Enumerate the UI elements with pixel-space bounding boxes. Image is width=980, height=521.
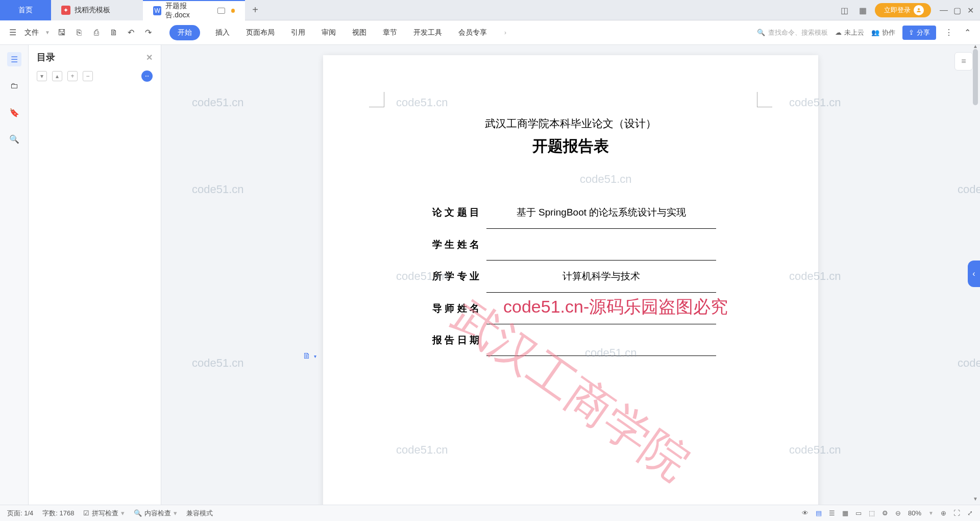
new-icon[interactable]: ⎘ bbox=[74, 27, 85, 38]
eye-icon[interactable]: 👁 bbox=[802, 509, 808, 517]
search-rail-icon[interactable]: 🔍 bbox=[7, 132, 21, 146]
login-button[interactable]: 立即登录 bbox=[875, 3, 931, 17]
expand-all-button[interactable]: ▾ bbox=[37, 71, 47, 81]
share-button[interactable]: ⇪分享 bbox=[902, 26, 936, 40]
floating-doc-icon[interactable]: 🗎 ▾ bbox=[303, 351, 316, 361]
field-label: 学生姓名 bbox=[425, 229, 486, 260]
tab-templates[interactable]: ✦ 找稻壳模板 bbox=[51, 0, 143, 20]
status-bar: 页面: 1/4 字数: 1768 ☑拼写检查▾ 🔍内容检查▾ 兼容模式 👁 ▤ … bbox=[0, 505, 980, 521]
page-indicator[interactable]: 页面: 1/4 bbox=[7, 509, 33, 518]
ribbon-tab-member[interactable]: 会员专享 bbox=[457, 25, 488, 40]
ribbon-tab-layout[interactable]: 页面布局 bbox=[245, 25, 276, 40]
collab-icon: 👥 bbox=[871, 29, 879, 36]
zoom-in-button[interactable]: ⊕ bbox=[941, 509, 946, 517]
ribbon-tabs: 开始 插入 页面布局 引用 审阅 视图 章节 开发工具 会员专享 › bbox=[169, 25, 506, 40]
layout-view-icon[interactable]: ▭ bbox=[855, 509, 862, 517]
tab-add-button[interactable]: + bbox=[245, 0, 265, 20]
maximize-button[interactable]: ▢ bbox=[951, 5, 963, 16]
file-menu[interactable]: 文件 bbox=[24, 28, 39, 37]
document-page[interactable]: 武汉工商学院本科毕业论文（设计） 开题报告表 论文题目基于 SpringBoot… bbox=[323, 55, 818, 505]
table-row: 论文题目基于 SpringBoot 的论坛系统设计与实现 bbox=[425, 197, 716, 229]
tab-home[interactable]: 首页 bbox=[0, 0, 51, 20]
web-view-icon[interactable]: ▦ bbox=[842, 509, 848, 517]
share-icon: ⇪ bbox=[909, 29, 914, 36]
preview-icon[interactable]: 🗎 bbox=[108, 27, 119, 38]
ribbon-tab-devtools[interactable]: 开发工具 bbox=[412, 25, 443, 40]
panel-title: 目录 bbox=[37, 51, 55, 63]
undo-button[interactable]: ↶ bbox=[126, 27, 137, 38]
vertical-scrollbar[interactable]: ▲ ▼ bbox=[972, 45, 979, 500]
scroll-down-icon[interactable]: ▼ bbox=[972, 495, 978, 502]
remove-heading-button[interactable]: − bbox=[83, 71, 93, 81]
zoom-out-button[interactable]: ⊖ bbox=[895, 509, 901, 517]
field-value[interactable]: 计算机科学与技术 bbox=[486, 260, 716, 293]
ribbon-tab-reference[interactable]: 引用 bbox=[290, 25, 306, 40]
outline-icon[interactable]: ☰ bbox=[7, 52, 21, 66]
apps-grid-icon[interactable]: ▦ bbox=[856, 4, 869, 16]
content-check-toggle[interactable]: 🔍内容检查▾ bbox=[134, 509, 177, 518]
fit-page-icon[interactable]: ⛶ bbox=[953, 509, 960, 517]
ribbon-tab-chapter[interactable]: 章节 bbox=[382, 25, 398, 40]
ribbon-tab-start[interactable]: 开始 bbox=[169, 25, 200, 40]
svg-point-2 bbox=[148, 76, 149, 77]
collab-button[interactable]: 👥协作 bbox=[871, 28, 895, 37]
field-value[interactable] bbox=[486, 324, 716, 356]
field-value[interactable]: 基于 SpringBoot 的论坛系统设计与实现 bbox=[486, 197, 716, 229]
content-check-icon: 🔍 bbox=[134, 509, 142, 517]
word-count[interactable]: 字数: 1768 bbox=[42, 509, 74, 518]
field-value[interactable] bbox=[486, 293, 716, 324]
outline-panel: 目录 ✕ ▾ ▴ + − bbox=[29, 45, 161, 505]
print-icon[interactable]: ⎙ bbox=[91, 27, 102, 38]
redo-button[interactable]: ↷ bbox=[143, 27, 154, 38]
menu-icon[interactable]: ☰ bbox=[7, 27, 18, 38]
table-row: 所学专业计算机科学与技术 bbox=[425, 260, 716, 293]
ribbon-tab-review[interactable]: 审阅 bbox=[321, 25, 337, 40]
fullscreen-icon[interactable]: ⤢ bbox=[967, 509, 973, 517]
tab-document[interactable]: W 开题报告.docx bbox=[143, 0, 245, 20]
field-label: 论文题目 bbox=[425, 197, 486, 229]
word-icon: W bbox=[153, 6, 161, 15]
svg-point-1 bbox=[145, 76, 146, 77]
cloud-status[interactable]: ☁未上云 bbox=[835, 28, 864, 37]
comment-toggle-button[interactable]: ≡ bbox=[954, 52, 973, 70]
read-view-icon[interactable]: ⬚ bbox=[869, 509, 875, 517]
split-view-icon[interactable]: ◫ bbox=[838, 4, 850, 16]
field-value[interactable] bbox=[486, 229, 716, 260]
field-label: 报告日期 bbox=[425, 324, 486, 356]
minimize-button[interactable]: — bbox=[938, 5, 949, 16]
collapse-ribbon-icon[interactable]: ⌃ bbox=[962, 27, 973, 38]
settings-icon[interactable]: ⚙ bbox=[882, 509, 888, 517]
add-heading-button[interactable]: + bbox=[67, 71, 78, 81]
folder-icon[interactable]: 🗀 bbox=[7, 79, 21, 93]
close-button[interactable]: ✕ bbox=[965, 5, 976, 16]
watermark: code51.cn bbox=[192, 183, 244, 196]
save-icon[interactable]: 🖫 bbox=[56, 27, 67, 38]
table-row: 导师姓名 bbox=[425, 293, 716, 324]
panel-close-button[interactable]: ✕ bbox=[146, 53, 153, 62]
scroll-thumb[interactable] bbox=[973, 49, 978, 105]
table-row: 学生姓名 bbox=[425, 229, 716, 260]
more-icon[interactable]: ⋮ bbox=[943, 27, 954, 38]
unsaved-dot-icon bbox=[231, 9, 235, 13]
page-view-icon[interactable]: ▤ bbox=[816, 509, 822, 517]
ribbon-tab-view[interactable]: 视图 bbox=[351, 25, 368, 40]
zoom-level[interactable]: 80% bbox=[908, 509, 921, 517]
ribbon-tab-insert[interactable]: 插入 bbox=[214, 25, 231, 40]
ribbon-more-icon[interactable]: › bbox=[504, 29, 506, 36]
watermark: code51.cn bbox=[192, 357, 244, 370]
assistant-icon[interactable] bbox=[141, 70, 153, 82]
search-input[interactable]: 🔍 查找命令、搜索模板 bbox=[757, 28, 828, 37]
main-toolbar: ☰ 文件 ▼ 🖫 ⎘ ⎙ 🗎 ↶ ↷ 开始 插入 页面布局 引用 审阅 视图 章… bbox=[0, 20, 980, 45]
flame-icon: ✦ bbox=[61, 6, 70, 15]
spellcheck-toggle[interactable]: ☑拼写检查▾ bbox=[83, 509, 125, 518]
outline-view-icon[interactable]: ☰ bbox=[829, 509, 835, 517]
compat-mode[interactable]: 兼容模式 bbox=[186, 509, 213, 518]
tab-label: 找稻壳模板 bbox=[75, 6, 110, 15]
screen-icon bbox=[217, 8, 225, 14]
collapse-all-button[interactable]: ▴ bbox=[52, 71, 62, 81]
document-canvas[interactable]: 武汉工商学院本科毕业论文（设计） 开题报告表 论文题目基于 SpringBoot… bbox=[161, 45, 980, 505]
scroll-up-icon[interactable]: ▲ bbox=[972, 43, 978, 49]
bookmark-icon[interactable]: 🔖 bbox=[7, 105, 21, 120]
doc-title: 开题报告表 bbox=[369, 136, 772, 157]
chevron-down-icon: ▼ bbox=[45, 30, 50, 35]
